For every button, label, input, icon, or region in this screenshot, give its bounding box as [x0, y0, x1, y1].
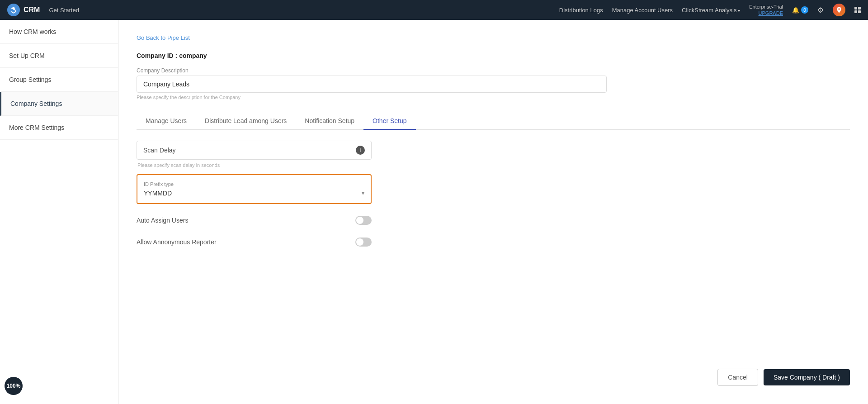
scan-delay-row: Scan Delay i — [137, 141, 372, 160]
anonymous-reporter-row: Allow Annonymous Reporter — [137, 233, 372, 251]
notification-bell[interactable]: 🔔 0 — [792, 6, 808, 14]
back-to-pipe-list-link[interactable]: Go Back to Pipe List — [137, 34, 190, 41]
sidebar-item-set-up-crm[interactable]: Set Up CRM — [0, 44, 118, 68]
main-content: Go Back to Pipe List Company ID : compan… — [118, 20, 868, 404]
apps-grid-icon[interactable] — [854, 7, 861, 13]
cancel-button[interactable]: Cancel — [717, 369, 758, 386]
get-started-link[interactable]: Get Started — [49, 7, 79, 14]
other-setup-content: Scan Delay i Please specify scan delay i… — [137, 141, 372, 251]
avatar[interactable] — [833, 4, 845, 16]
layout: How CRM works Set Up CRM Group Settings … — [0, 20, 868, 404]
tab-manage-users[interactable]: Manage Users — [137, 113, 196, 130]
tab-distribute-lead[interactable]: Distribute Lead among Users — [196, 113, 296, 130]
description-label: Company Description — [137, 67, 850, 74]
notification-count: 0 — [801, 6, 808, 14]
manage-account-users-link[interactable]: Manage Account Users — [612, 7, 673, 14]
sidebar-item-more-crm-settings[interactable]: More CRM Settings — [0, 116, 118, 140]
auto-assign-label: Auto Assign Users — [137, 217, 355, 224]
id-prefix-box: ID Prefix type YYMMDD ▾ — [137, 174, 372, 204]
id-prefix-dropdown-arrow: ▾ — [362, 190, 364, 196]
description-field-group: Company Description Please specify the d… — [137, 67, 850, 100]
upgrade-link[interactable]: UPGRADE — [749, 10, 783, 16]
anonymous-reporter-toggle[interactable] — [355, 238, 372, 247]
company-id-value: company — [179, 52, 207, 59]
trial-label: Enterprise-Trial — [749, 4, 783, 10]
sidebar-item-group-settings[interactable]: Group Settings — [0, 68, 118, 92]
company-id-label: Company ID : — [137, 52, 177, 59]
scan-delay-label: Scan Delay — [143, 147, 356, 154]
clickstream-analysis-link[interactable]: ClickStream Analysis — [682, 7, 740, 14]
tabs-bar: Manage Users Distribute Lead among Users… — [137, 113, 850, 130]
top-navigation: CRM Get Started Distribution Logs Manage… — [0, 0, 868, 20]
scan-delay-hint: Please specify scan delay in seconds — [137, 162, 372, 168]
id-prefix-value: YYMMDD — [144, 190, 172, 197]
auto-assign-row: Auto Assign Users — [137, 211, 372, 229]
anonymous-reporter-label: Allow Annonymous Reporter — [137, 238, 355, 246]
save-company-button[interactable]: Save Company ( Draft ) — [764, 369, 850, 385]
bottom-actions: Cancel Save Company ( Draft ) — [717, 369, 850, 386]
id-prefix-label: ID Prefix type — [144, 181, 364, 187]
description-hint: Please specify the description for the C… — [137, 95, 850, 100]
auto-assign-toggle[interactable] — [355, 216, 372, 225]
id-prefix-select[interactable]: YYMMDD ▾ — [144, 190, 364, 197]
logo-icon — [7, 4, 20, 16]
bell-icon: 🔔 — [792, 7, 799, 14]
tab-other-setup[interactable]: Other Setup — [363, 113, 416, 130]
distribution-logs-link[interactable]: Distribution Logs — [559, 7, 603, 14]
logo-text: CRM — [24, 6, 40, 14]
sidebar: How CRM works Set Up CRM Group Settings … — [0, 20, 118, 404]
zoom-badge: 100% — [5, 377, 23, 395]
scan-delay-info-icon[interactable]: i — [356, 146, 365, 155]
tab-notification-setup[interactable]: Notification Setup — [296, 113, 363, 130]
description-input[interactable] — [137, 76, 607, 93]
logo[interactable]: CRM — [7, 4, 40, 16]
gear-icon[interactable]: ⚙ — [817, 6, 824, 14]
company-id-row: Company ID : company — [137, 52, 850, 59]
sidebar-item-company-settings[interactable]: Company Settings — [0, 92, 118, 116]
trial-info: Enterprise-Trial UPGRADE — [749, 4, 783, 17]
sidebar-item-how-crm-works[interactable]: How CRM works — [0, 20, 118, 44]
topnav-right: Distribution Logs Manage Account Users C… — [559, 4, 861, 17]
